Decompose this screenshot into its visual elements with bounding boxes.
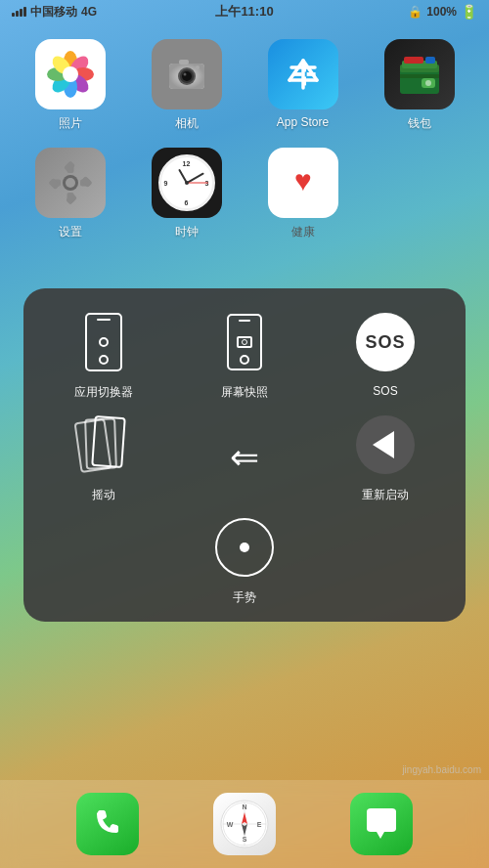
screenshot-phone-outline [227,314,262,370]
wallet-label: 钱包 [408,115,431,132]
svg-point-30 [425,80,431,86]
battery-label: 100% [426,5,457,19]
camera-icon-bg [152,39,222,109]
app-switcher-icon [69,308,138,376]
clock-center-dot [185,181,189,185]
app-appstore[interactable]: ⊹ App Store [252,39,353,132]
app-switcher-phone-outline [85,313,122,371]
health-svg: ♥ [278,157,329,208]
settings-icon-bg [35,148,106,218]
shake-label: 摇动 [92,487,115,503]
gesture-label: 手势 [233,589,256,606]
gesture-icon [210,513,279,582]
photos-icon-bg [35,39,106,109]
assist-sos[interactable]: SOS SOS [315,308,456,401]
gesture-center-dot [240,542,249,552]
clock-9: 9 [164,180,168,187]
dock-phone[interactable] [76,793,139,855]
health-label: 健康 [291,224,315,240]
clock-label: 时钟 [175,224,199,240]
sos-circle: SOS [356,313,415,371]
svg-text:S: S [243,836,247,843]
sos-icon: SOS [351,308,420,376]
app-clock[interactable]: 12 3 6 9 时钟 [136,148,237,240]
dock-messages[interactable] [350,793,413,855]
screenshot-icon [210,308,279,376]
svg-point-8 [63,66,78,82]
signal-bars [12,7,26,17]
empty-bottom-left [33,513,174,606]
empty-bottom-right [315,513,456,606]
screenshot-label: 屏幕快照 [221,384,268,401]
svg-point-32 [66,178,75,188]
shake-stack-phones [77,416,131,473]
appstore-svg: ⊹ [282,53,325,96]
stack-phone-3 [91,415,126,468]
svg-point-14 [182,71,192,81]
messages-icon-svg [363,805,400,843]
assist-screenshot[interactable]: 屏幕快照 [174,308,315,401]
camera-label: 相机 [175,115,199,132]
sos-text: SOS [365,332,405,353]
status-right: 🔒 100% 🔋 [408,4,477,20]
photos-label: 照片 [59,115,82,132]
appstore-icon-bg: ⊹ [268,39,338,109]
clock-icon-bg: 12 3 6 9 [152,148,222,218]
settings-label: 设置 [59,224,82,240]
svg-rect-28 [400,74,439,78]
app-grid: 照片 相机 [0,23,489,256]
restart-circle [356,415,415,474]
assist-arrow-center: ⇐ [174,411,315,503]
restart-play-triangle [373,431,394,458]
safari-icon-svg: N E S W [219,799,270,849]
wallet-svg [394,49,445,100]
svg-point-16 [196,65,200,69]
assistive-touch-panel: 应用切换器 屏幕快照 SOS SOS 摇动 [23,288,466,622]
sos-label: SOS [373,384,397,398]
gesture-circle [215,518,274,577]
signal-bar-1 [12,13,15,17]
appstore-label: App Store [277,115,329,129]
app-settings[interactable]: 设置 [20,148,120,240]
time-display: 上午11:10 [215,3,273,21]
clock-face: 12 3 6 9 [158,154,215,211]
restart-icon [351,411,420,479]
wallet-icon-bg [384,39,455,109]
restart-label: 重新启动 [362,487,409,503]
camera-svg [165,53,208,96]
dock: N E S W [0,780,489,868]
svg-rect-26 [404,57,423,64]
app-switcher-label: 应用切换器 [74,384,133,401]
phone-icon-svg [90,806,125,842]
assist-restart[interactable]: 重新启动 [315,411,456,503]
shake-icon [69,411,138,479]
arrow-left-icon: ⇐ [230,440,259,475]
svg-point-15 [183,73,186,76]
status-left: 中国移动 4G [12,4,97,21]
assist-shake[interactable]: 摇动 [33,411,174,503]
settings-svg [47,159,94,206]
signal-bar-2 [16,11,19,17]
network-label: 4G [81,5,97,19]
app-camera[interactable]: 相机 [136,39,237,132]
signal-bar-4 [23,7,26,17]
app-photos[interactable]: 照片 [20,39,120,132]
svg-text:W: W [227,821,234,828]
lock-icon: 🔒 [408,5,422,19]
assist-gesture[interactable]: 手势 [174,513,315,606]
app-wallet[interactable]: 钱包 [369,39,469,132]
dock-safari[interactable]: N E S W [213,793,276,855]
assist-app-switcher[interactable]: 应用切换器 [33,308,174,401]
screenshot-camera-lens [242,339,247,345]
clock-12: 12 [183,160,191,167]
battery-icon: 🔋 [461,4,477,20]
svg-text:N: N [242,803,246,810]
screenshot-camera-inner [237,336,252,348]
app-health[interactable]: ♥ 健康 [252,148,353,240]
app-switcher-camera-dot [99,337,109,347]
clock-second-hand [187,183,208,184]
signal-bar-3 [20,9,22,17]
svg-rect-27 [425,57,435,64]
status-bar: 中国移动 4G 上午11:10 🔒 100% 🔋 [0,0,489,23]
svg-text:♥: ♥ [294,164,312,196]
